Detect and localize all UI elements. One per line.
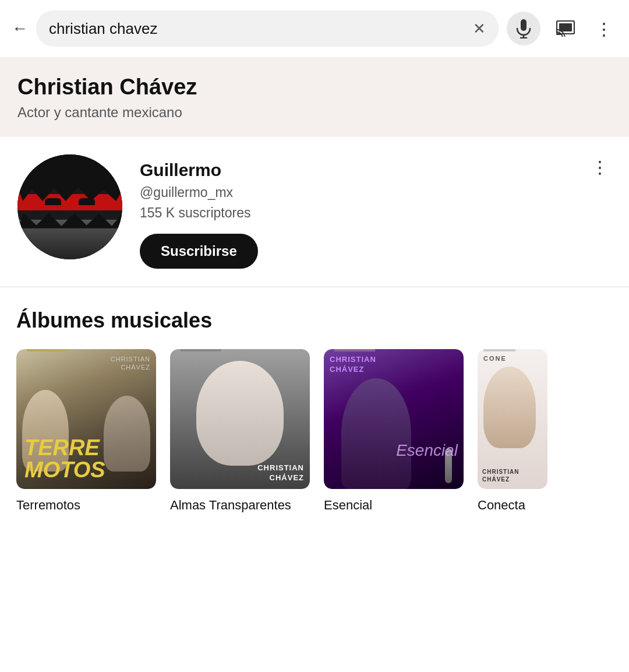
album-cover-almas: CHRISTIANCHÁVEZ (170, 349, 310, 489)
albums-title: Álbumes musicales (16, 308, 613, 333)
album-name-almas: Almas Transparentes (170, 497, 310, 514)
svg-rect-0 (521, 19, 526, 31)
knowledge-panel-header: Christian Chávez Actor y cantante mexica… (0, 57, 629, 137)
kp-subtitle: Actor y cantante mexicano (17, 104, 612, 121)
album-item-almas[interactable]: CHRISTIANCHÁVEZ Almas Transparentes (170, 349, 310, 514)
album-item-terremotos[interactable]: TERRE MOTOS CHRISTIANCHÁVEZ Terremotos (16, 349, 156, 514)
album-cover-terremotos: TERRE MOTOS CHRISTIANCHÁVEZ (16, 349, 156, 489)
album-item-conecta[interactable]: CONE CHRISTIANCHÁVEZ Conecta (478, 349, 547, 514)
channel-more-button[interactable]: ⋮ (585, 154, 615, 180)
search-input[interactable]: christian chavez (49, 20, 467, 38)
more-button[interactable]: ⋮ (591, 14, 617, 44)
mic-icon (515, 19, 532, 38)
avatar[interactable] (17, 154, 122, 259)
albums-row: TERRE MOTOS CHRISTIANCHÁVEZ Terremotos (16, 349, 613, 514)
cast-button[interactable] (549, 12, 582, 45)
subscribe-button[interactable]: Suscribirse (140, 234, 258, 269)
channel-name: Guillermo (140, 160, 612, 180)
search-bar[interactable]: christian chavez ✕ (36, 10, 499, 47)
albums-section: Álbumes musicales TERRE MOTOS CHRISTIANC… (0, 287, 629, 526)
album-name-terremotos: Terremotos (16, 497, 156, 514)
album-cover-esencial: CHRISTIANCHÁVEZ Esencial (324, 349, 464, 489)
mic-button[interactable] (507, 12, 540, 45)
channel-handle: @guillermo_mx (140, 185, 612, 200)
top-bar: ← christian chavez ✕ ⋮ (0, 0, 629, 57)
album-item-esencial[interactable]: CHRISTIANCHÁVEZ Esencial Esencial (324, 349, 464, 514)
album-name-conecta: Conecta (478, 497, 547, 514)
channel-subscribers: 155 K suscriptores (140, 205, 612, 221)
album-cover-conecta: CONE CHRISTIANCHÁVEZ (478, 349, 547, 489)
channel-info: Guillermo @guillermo_mx 155 K suscriptor… (140, 154, 612, 269)
album-name-esencial: Esencial (324, 497, 464, 514)
cast-icon (556, 20, 575, 37)
clear-icon[interactable]: ✕ (473, 20, 486, 38)
kp-title: Christian Chávez (17, 75, 612, 100)
channel-card: Guillermo @guillermo_mx 155 K suscriptor… (0, 137, 629, 287)
back-button[interactable]: ← (12, 19, 28, 38)
